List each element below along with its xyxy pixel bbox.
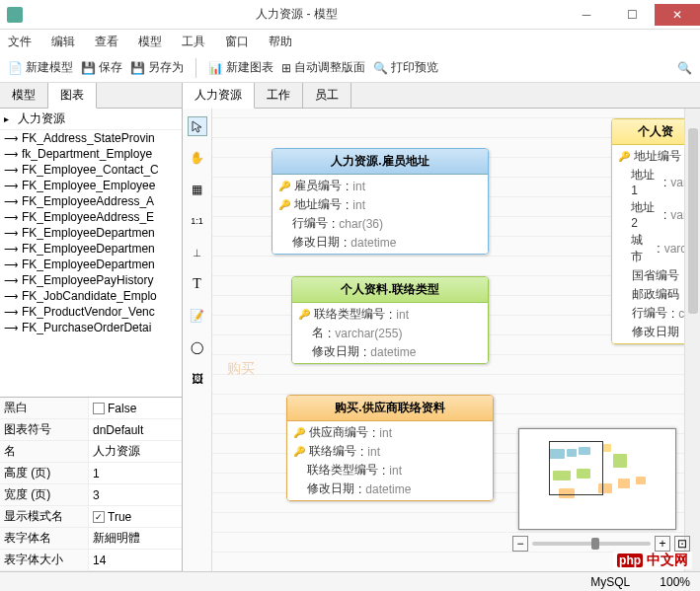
tree-root[interactable]: ▸ 人力资源 xyxy=(0,109,182,130)
tree-item[interactable]: ⟶FK_EmployeePayHistory xyxy=(0,272,182,288)
property-row[interactable]: 显示模式名✓ True xyxy=(0,506,182,528)
tree-item[interactable]: ⟶FK_EmployeeDepartmen xyxy=(0,225,182,241)
property-row[interactable]: 表字体名新細明體 xyxy=(0,528,182,550)
property-value[interactable]: 人力资源 xyxy=(89,441,182,462)
checkbox-icon[interactable] xyxy=(93,403,105,414)
image-tool[interactable]: 🖼 xyxy=(188,369,207,389)
property-row[interactable]: 黑白 False xyxy=(0,398,182,419)
menu-tools[interactable]: 工具 xyxy=(182,34,205,50)
canvas-scrollbar-vertical[interactable] xyxy=(684,109,700,571)
pointer-tool[interactable] xyxy=(188,116,207,136)
auto-layout-icon: ⊞ xyxy=(281,61,291,75)
tab-work[interactable]: 工作 xyxy=(255,83,303,108)
note-icon: 📝 xyxy=(190,309,204,323)
tree-item[interactable]: ⟶FK_PurchaseOrderDetai xyxy=(0,320,182,335)
tree-item[interactable]: ⟶FK_EmployeeAddress_A xyxy=(0,193,182,209)
menu-help[interactable]: 帮助 xyxy=(269,34,292,50)
tab-model[interactable]: 模型 xyxy=(0,83,48,108)
tree-item[interactable]: ⟶FK_Address_StateProvin xyxy=(0,130,182,146)
tree-item[interactable]: ⟶FK_JobCandidate_Emplo xyxy=(0,288,182,304)
minimize-button[interactable]: ─ xyxy=(564,4,609,26)
relation-tool[interactable]: 1:1 xyxy=(188,211,207,231)
titlebar: 人力资源 - 模型 ─ ☐ ✕ xyxy=(0,0,700,30)
left-panel: 模型 图表 ▸ 人力资源 ⟶FK_Address_StateProvin⟶fk_… xyxy=(0,83,183,571)
expand-icon[interactable]: ▸ xyxy=(4,113,18,124)
statusbar: MySQL 100% xyxy=(0,571,700,591)
window-title: 人力资源 - 模型 xyxy=(30,6,564,23)
property-value[interactable]: dnDefault xyxy=(89,419,182,440)
properties-panel: 黑白 False图表符号dnDefault名人力资源高度 (页)1宽度 (页)3… xyxy=(0,397,182,571)
menu-model[interactable]: 模型 xyxy=(138,34,162,50)
property-row[interactable]: 图表符号dnDefault xyxy=(0,419,182,441)
tab-hr[interactable]: 人力资源 xyxy=(183,83,255,109)
menu-window[interactable]: 窗口 xyxy=(225,34,249,50)
minimap[interactable] xyxy=(518,428,676,530)
property-row[interactable]: 宽度 (页)3 xyxy=(0,484,182,506)
zoom-fit-button[interactable]: ⊡ xyxy=(674,536,690,552)
property-name: 图表符号 xyxy=(0,419,89,440)
tab-diagram[interactable]: 图表 xyxy=(48,83,97,109)
save-button[interactable]: 💾 保存 xyxy=(81,59,122,76)
tree-item[interactable]: ⟶FK_EmployeeDepartmen xyxy=(0,241,182,257)
image-icon: 🖼 xyxy=(192,372,203,386)
new-diagram-button[interactable]: 📊 新建图表 xyxy=(208,59,273,76)
search-button[interactable]: 🔍 xyxy=(677,61,692,75)
entity-field: 修改日期 : datetime xyxy=(272,233,488,252)
tree-item[interactable]: ⟶FK_EmployeeAddress_E xyxy=(0,209,182,225)
hand-tool[interactable]: ✋ xyxy=(188,148,207,168)
shape-tool[interactable]: ◯ xyxy=(188,337,207,357)
shape-icon: ◯ xyxy=(191,340,203,354)
hand-icon: ✋ xyxy=(190,151,204,165)
fk-icon: ⟶ xyxy=(4,291,18,302)
tree-item[interactable]: ⟶FK_Employee_Contact_C xyxy=(0,162,182,178)
property-value[interactable]: 3 xyxy=(89,484,182,505)
link-tool[interactable]: ⟂ xyxy=(188,243,207,262)
property-value[interactable]: 14 xyxy=(89,550,182,570)
status-db: MySQL xyxy=(590,575,630,589)
menu-file[interactable]: 文件 xyxy=(8,34,32,50)
property-value[interactable]: ✓ True xyxy=(89,506,182,527)
property-row[interactable]: 高度 (页)1 xyxy=(0,463,182,484)
zoom-in-button[interactable]: + xyxy=(655,536,670,552)
zoom-out-button[interactable]: − xyxy=(512,536,528,552)
text-tool[interactable]: T xyxy=(188,274,207,294)
menu-edit[interactable]: 编辑 xyxy=(51,34,75,50)
pointer-icon xyxy=(191,119,204,133)
tree-item[interactable]: ⟶fk_Department_Employe xyxy=(0,146,182,162)
property-value[interactable]: 1 xyxy=(89,463,182,483)
table-tool[interactable]: ▦ xyxy=(188,180,207,199)
app-icon xyxy=(0,7,30,23)
link-icon: ⟂ xyxy=(194,246,200,259)
print-preview-button[interactable]: 🔍 打印预览 xyxy=(373,59,438,76)
entity-vendor-contact[interactable]: 购买.供应商联络资料 🔑供应商编号 : int🔑联络编号 : int联络类型编号… xyxy=(286,395,494,501)
zoom-slider[interactable] xyxy=(532,542,651,546)
property-row[interactable]: 名人力资源 xyxy=(0,441,182,463)
status-zoom: 100% xyxy=(660,575,690,589)
auto-layout-button[interactable]: ⊞ 自动调整版面 xyxy=(281,59,365,76)
property-value[interactable]: False xyxy=(89,398,182,418)
relation-icon: 1:1 xyxy=(191,216,203,226)
entity-employee-address[interactable]: 人力资源.雇员地址 🔑雇员编号 : int🔑地址编号 : int行编号 : ch… xyxy=(272,148,489,255)
close-button[interactable]: ✕ xyxy=(655,4,700,26)
save-as-button[interactable]: 💾 另存为 xyxy=(130,59,184,76)
property-value[interactable]: 新細明體 xyxy=(89,528,182,549)
entity-field: 🔑联络类型编号 : int xyxy=(292,305,488,324)
save-as-icon: 💾 xyxy=(130,61,145,75)
key-icon: 🔑 xyxy=(298,309,310,320)
menu-view[interactable]: 查看 xyxy=(95,34,118,50)
new-model-button[interactable]: 📄 新建模型 xyxy=(8,59,73,76)
entity-field: 修改日期 : datetime xyxy=(292,342,488,361)
tree-item[interactable]: ⟶FK_Employee_Employee xyxy=(0,178,182,193)
property-name: 高度 (页) xyxy=(0,463,89,483)
checkbox-icon[interactable]: ✓ xyxy=(93,511,105,523)
tab-employee[interactable]: 员工 xyxy=(303,83,351,108)
zoom-controls: − + ⊡ xyxy=(512,536,690,552)
property-row[interactable]: 表字体大小14 xyxy=(0,550,182,571)
note-tool[interactable]: 📝 xyxy=(188,306,207,326)
entity-field: 🔑供应商编号 : int xyxy=(287,423,493,442)
entity-title: 个人资料.联络类型 xyxy=(292,277,488,303)
entity-contact-type[interactable]: 个人资料.联络类型 🔑联络类型编号 : int名 : varchar(255)修… xyxy=(291,276,489,364)
tree-item[interactable]: ⟶FK_EmployeeDepartmen xyxy=(0,257,182,272)
tree-item[interactable]: ⟶FK_ProductVendor_Venc xyxy=(0,304,182,320)
maximize-button[interactable]: ☐ xyxy=(609,4,655,26)
